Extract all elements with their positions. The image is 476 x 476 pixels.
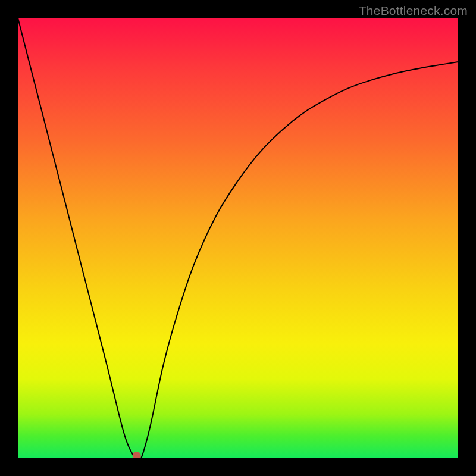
bottleneck-curve-path bbox=[18, 18, 458, 458]
chart-frame: TheBottleneck.com bbox=[0, 0, 476, 476]
optimum-marker bbox=[133, 452, 141, 458]
watermark-text: TheBottleneck.com bbox=[359, 4, 468, 18]
plot-area bbox=[18, 18, 458, 458]
curve-svg bbox=[18, 18, 458, 458]
